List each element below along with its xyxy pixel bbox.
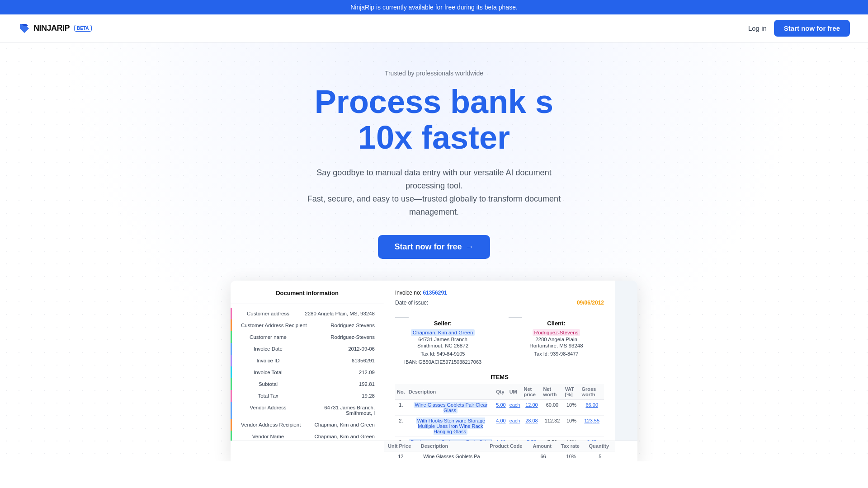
items-cell-0-0: 1. [395, 399, 407, 415]
bottom-cell-1: Wine Glasses Goblets Pa [417, 451, 486, 461]
items-cell-0-4: 12.00 [522, 399, 541, 415]
doc-right-edge [615, 281, 637, 461]
bottom-col-5: Quantity [585, 441, 615, 451]
client-divider [509, 317, 522, 318]
seller-iban: IBAN: GB50ACIE59715038217063 [395, 359, 491, 365]
beta-badge: BETA [74, 25, 91, 32]
bottom-col-2: Product Code [486, 441, 529, 451]
items-cell-0-2: 5.00 [494, 399, 507, 415]
items-row-0: 1.Wine Glasses Goblets Pair Clear Glass5… [395, 399, 604, 415]
doc-fields: Customer address2280 Angela Plain, MS, 9… [231, 308, 384, 454]
items-title: ITEMS [395, 374, 604, 380]
field-name-8: Vendor Address [241, 405, 295, 410]
doc-info-title: Document information [231, 290, 384, 304]
bottom-cell-2 [486, 451, 529, 461]
items-cell-0-5: 60.00 [541, 399, 563, 415]
field-name-0: Customer address [241, 311, 295, 316]
trusted-label: Trusted by professionals worldwide [9, 70, 859, 77]
document-preview: Document information Customer address228… [231, 281, 637, 461]
client-party: Client: Rodriguez-Stevens 2280 Angela Pl… [509, 315, 604, 365]
hero-section: Trusted by professionals worldwide Proce… [0, 42, 868, 461]
doc-field-1: Customer Address RecipientRodriguez-Stev… [231, 319, 384, 331]
doc-field-7: Total Tax19.28 [231, 390, 384, 402]
field-value-4: 61356291 [352, 358, 375, 363]
field-name-7: Total Tax [241, 393, 295, 399]
doc-info-panel: Document information Customer address228… [231, 281, 384, 461]
start-button-nav[interactable]: Start now for free [774, 20, 850, 37]
invoice-no-value: 61356291 [423, 290, 447, 296]
items-cell-0-7: 66.00 [580, 399, 604, 415]
items-col-5: Net worth [541, 384, 563, 400]
field-name-1: Customer Address Recipient [241, 323, 307, 328]
invoice-no: Invoice no: 61356291 [395, 290, 447, 296]
top-banner: NinjaRip is currently available for free… [0, 0, 868, 14]
field-value-8: 64731 James Branch, Smithmout, l [302, 405, 375, 416]
hero-title-line1: Process bank s [315, 84, 553, 120]
items-cell-0-1: Wine Glasses Goblets Pair Clear Glass [407, 399, 494, 415]
nav-actions: Log in Start now for free [748, 20, 850, 37]
field-value-10: Chapman, Kim and Green [314, 434, 375, 439]
items-cell-1-7: 123.55 [580, 415, 604, 436]
start-button-hero[interactable]: Start now for free → [378, 235, 490, 259]
navbar: NINJARIP BETA Log in Start now for free [0, 14, 868, 42]
bottom-row: 12Wine Glasses Goblets Pa6610%5 [384, 451, 615, 461]
field-value-9: Chapman, Kim and Green [314, 422, 375, 427]
logo-text: NINJARIP [33, 23, 70, 33]
logo-icon [18, 22, 31, 35]
invoice-no-label: Invoice no: [395, 290, 421, 296]
start-button-hero-label: Start now for free [394, 242, 462, 252]
items-col-6: VAT [%] [563, 384, 580, 400]
seller-tax: Tax Id: 949-84-9105 [395, 351, 491, 357]
doc-field-4: Invoice ID61356291 [231, 355, 384, 366]
seller-party: Seller: Chapman, Kim and Green 64731 Jam… [395, 315, 491, 365]
items-cell-1-4: 28.08 [522, 415, 541, 436]
items-cell-1-3: each [508, 415, 522, 436]
invoice-header: Invoice no: 61356291 [395, 290, 604, 296]
client-tax: Tax Id: 939-98-8477 [509, 351, 604, 357]
bottom-col-3: Amount [529, 441, 557, 451]
seller-label: Seller: [395, 320, 491, 327]
login-button[interactable]: Log in [748, 24, 767, 32]
field-name-10: Vendor Name [241, 434, 295, 439]
hero-subtitle-line2: Fast, secure, and easy to use—trusted gl… [307, 194, 561, 216]
bottom-table: Unit PriceDescriptionProduct CodeAmountT… [384, 441, 615, 461]
client-name: Rodriguez-Stevens [533, 329, 580, 336]
field-value-3: 2012-09-06 [348, 346, 375, 352]
seller-name: Chapman, Kim and Green [411, 329, 475, 336]
field-name-2: Customer name [241, 334, 295, 340]
items-cell-1-2: 4.00 [494, 415, 507, 436]
items-col-7: Gross worth [580, 384, 604, 400]
bottom-left [231, 441, 384, 461]
bottom-cell-4: 10% [557, 451, 585, 461]
bottom-cell-5: 5 [585, 451, 615, 461]
invoice-date-value: 09/06/2012 [577, 300, 604, 306]
field-name-9: Vendor Address Recipient [241, 422, 301, 427]
items-cell-1-0: 2. [395, 415, 407, 436]
items-col-1: Description [407, 384, 494, 400]
bottom-strip: Unit PriceDescriptionProduct CodeAmountT… [231, 441, 637, 461]
invoice-panel: Invoice no: 61356291 Date of issue: 09/0… [384, 281, 615, 461]
field-name-6: Subtotal [241, 381, 295, 387]
field-name-3: Invoice Date [241, 346, 295, 352]
items-col-3: UM [508, 384, 522, 400]
client-address2: Hortonshire, MS 93248 [509, 343, 604, 348]
field-value-7: 19.28 [362, 393, 375, 399]
doc-field-9: Vendor Address RecipientChapman, Kim and… [231, 419, 384, 431]
hero-title-line2: 10x faster [358, 119, 510, 155]
invoice-date-row: Date of issue: 09/06/2012 [395, 300, 604, 306]
hero-subtitle: Say goodbye to manual data entry with ou… [298, 166, 570, 218]
bottom-right: Unit PriceDescriptionProduct CodeAmountT… [384, 441, 615, 461]
seller-address2: Smithmout, NC 26872 [395, 343, 491, 348]
items-cell-1-6: 10% [563, 415, 580, 436]
doc-field-0: Customer address2280 Angela Plain, MS, 9… [231, 308, 384, 319]
field-value-5: 212.09 [359, 370, 375, 375]
doc-field-8: Vendor Address64731 James Branch, Smithm… [231, 402, 384, 419]
items-header: No.DescriptionQtyUMNet priceNet worthVAT… [395, 384, 604, 400]
field-name-4: Invoice ID [241, 358, 295, 363]
bottom-cell-0: 12 [384, 451, 417, 461]
invoice-parties: Seller: Chapman, Kim and Green 64731 Jam… [395, 315, 604, 365]
items-cell-1-5: 112.32 [541, 415, 563, 436]
items-cell-0-6: 10% [563, 399, 580, 415]
arrow-icon: → [466, 242, 474, 252]
bottom-col-0: Unit Price [384, 441, 417, 451]
